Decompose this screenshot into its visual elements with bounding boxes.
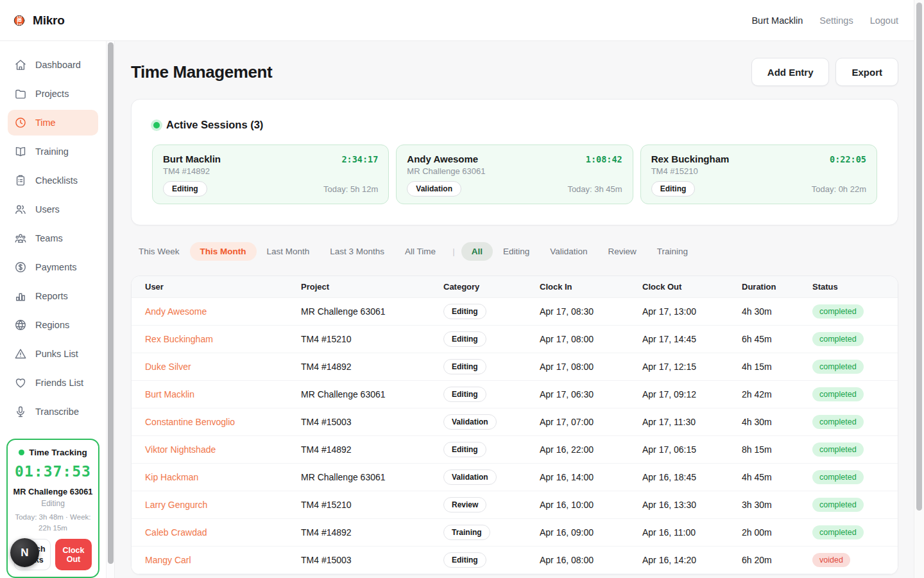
session-timer: 0:22:05 [830,154,866,164]
sidebar-nav-item[interactable]: Reports [8,283,98,309]
clock-out-cell: Apr 17, 09:12 [642,389,742,399]
top-right-menu: Burt Macklin Settings Logout [751,15,898,26]
period-filter-chip[interactable]: This Month [190,242,257,261]
clock-out-cell: Apr 16, 14:20 [642,555,742,565]
session-today-total: Today: 0h 22m [812,184,866,194]
sidebar-nav-item[interactable]: Regions [8,312,98,338]
user-link[interactable]: Kip Hackman [145,472,301,482]
book-icon [14,145,27,158]
category-pill: Editing [443,442,486,457]
clock-out-cell: Apr 16, 11:00 [642,527,742,538]
header-actions: Add Entry Export [751,58,898,86]
sidebar-nav-item[interactable]: Users [8,197,98,222]
col-clock-out: Clock Out [642,282,742,292]
clock-out-cell: Apr 17, 12:15 [642,362,742,372]
table-row: Kip Hackman MR Challenge 63061 Validatio… [132,464,898,491]
session-user-name: Burt Macklin [163,153,221,164]
col-status: Status [812,282,898,292]
session-card: Rex Buckingham 0:22:05 TM4 #15210 Editin… [640,144,877,204]
sidebar-nav-item[interactable]: Teams [8,225,98,251]
clock-out-cell: Apr 17, 14:45 [642,334,742,344]
session-project: MR Challenge 63061 [407,166,622,176]
category-filter-chip[interactable]: All [461,242,493,261]
time-entries-table: User Project Category Clock In Clock Out… [131,276,898,575]
warning-icon [14,347,27,360]
user-link[interactable]: Viktor Nightshade [145,444,301,455]
sidebar-nav-item[interactable]: Training [8,139,98,164]
sidebar-nav-item-label: Training [35,146,69,157]
user-link[interactable]: Andy Awesome [145,306,301,317]
sidebar-scrollbar-thumb[interactable] [108,42,114,564]
status-badge: completed [812,415,864,429]
sidebar-nav-item-label: Dashboard [35,60,81,70]
sidebar-nav-item[interactable]: Projects [8,81,98,107]
user-link[interactable]: Duke Silver [145,362,301,372]
session-project: TM4 #14892 [163,166,378,176]
duration-cell: 2h 42m [742,389,812,399]
sidebar-nav-item[interactable]: Friends List [8,370,98,396]
sidebar-nav-item[interactable]: Punks List [8,341,98,367]
duration-cell: 3h 30m [742,500,812,510]
status-badge: completed [812,304,864,319]
category-pill: Editing [443,331,486,347]
clock-in-cell: Apr 16, 10:00 [540,500,642,510]
period-filter-chip[interactable]: This Week [128,242,190,261]
add-entry-button[interactable]: Add Entry [751,58,830,86]
project-cell: TM4 #14892 [301,444,443,455]
user-link[interactable]: Caleb Crawdad [145,527,301,538]
tracking-project: MR Challenge 63061 [12,487,94,496]
category-filter-chip[interactable]: Editing [493,242,540,261]
project-cell: TM4 #15210 [301,500,443,510]
user-link[interactable]: Larry Gengurch [145,500,301,510]
sidebar-nav-item[interactable]: Transcribe [8,399,98,425]
sidebar-nav-item[interactable]: Checklists [8,168,98,193]
n-overlay-badge: N [10,538,39,567]
current-user-name[interactable]: Burt Macklin [751,15,803,26]
project-cell: TM4 #15210 [301,334,443,344]
page-title: Time Management [131,62,272,82]
logout-link[interactable]: Logout [870,15,898,26]
clock-out-cell: Apr 16, 13:30 [642,500,742,510]
clock-in-cell: Apr 17, 07:00 [540,417,642,427]
category-pill: Editing [443,387,486,402]
clock-in-cell: Apr 17, 08:00 [540,362,642,372]
status-badge: completed [812,525,864,539]
project-cell: MR Challenge 63061 [301,472,443,482]
table-row: Rex Buckingham TM4 #15210 Editing Apr 17… [132,326,898,353]
session-card: Andy Awesome 1:08:42 MR Challenge 63061 … [396,144,633,204]
page-scrollbar-thumb[interactable] [916,3,922,511]
sidebar-nav-item[interactable]: Dashboard [8,52,98,78]
sidebar-nav-item-label: Teams [35,233,63,243]
tracking-title: Time Tracking [29,448,87,457]
status-badge: completed [812,387,864,401]
clock-out-button[interactable]: Clock Out [55,539,92,570]
table-row: Constantine Benvoglio TM4 #15003 Validat… [132,408,898,436]
user-link[interactable]: Constantine Benvoglio [145,417,301,427]
settings-link[interactable]: Settings [819,15,853,26]
filter-separator: | [446,247,461,256]
sidebar-scrollbar-track [106,41,115,578]
clock-in-cell: Apr 17, 08:00 [540,334,642,344]
sidebar-nav-item-label: Checklists [35,175,78,186]
period-filter-chip[interactable]: Last Month [257,242,320,261]
period-filter-chip[interactable]: All Time [395,242,446,261]
heart-icon [14,376,27,389]
category-filter-chip[interactable]: Validation [540,242,597,261]
duration-cell: 6h 20m [742,555,812,565]
export-button[interactable]: Export [835,58,898,86]
user-link[interactable]: Burt Macklin [145,389,301,399]
col-category: Category [443,282,540,292]
sidebar-nav-item[interactable]: Time [8,110,98,136]
category-filter-chip[interactable]: Review [597,242,646,261]
period-filter-chip[interactable]: Last 3 Months [320,242,395,261]
sidebar: Dashboard Projects Time Training [0,41,106,578]
status-badge: completed [812,470,864,484]
active-sessions-panel: Active Sessions (3) Burt Macklin 2:34:17… [131,99,898,225]
category-filter-chip[interactable]: Training [647,242,698,261]
sidebar-nav-item[interactable]: Payments [8,254,98,280]
user-link[interactable]: Rex Buckingham [145,334,301,344]
sidebar-nav-item-label: Time [35,118,56,128]
clock-in-cell: Apr 16, 22:00 [540,444,642,455]
user-link[interactable]: Mangy Carl [145,555,301,565]
sidebar-nav-item-label: Users [35,204,60,215]
